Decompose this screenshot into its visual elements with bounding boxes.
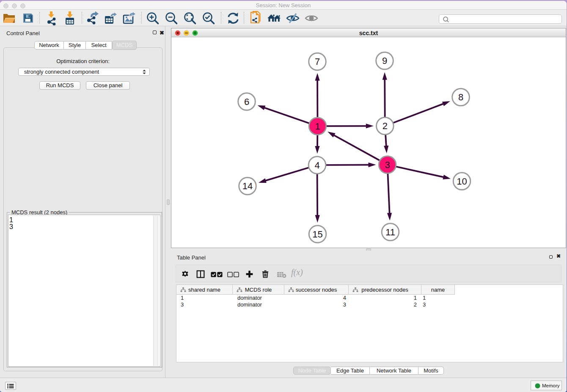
svg-text:7: 7 (315, 56, 320, 67)
svg-text:11: 11 (385, 227, 395, 237)
svg-text:8: 8 (458, 92, 463, 102)
svg-text:4: 4 (314, 160, 319, 171)
svg-text:10: 10 (457, 176, 467, 187)
svg-text:3: 3 (385, 160, 390, 170)
svg-text:2: 2 (383, 121, 388, 131)
svg-text:14: 14 (242, 181, 253, 191)
svg-text:15: 15 (312, 229, 322, 240)
svg-text:6: 6 (244, 97, 249, 107)
svg-text:1: 1 (315, 121, 320, 132)
svg-text:9: 9 (382, 55, 387, 66)
